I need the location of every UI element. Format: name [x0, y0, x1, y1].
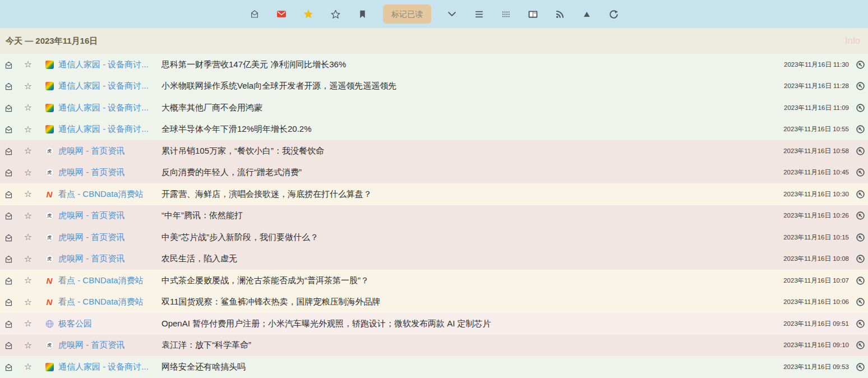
mark-unread-icon[interactable]: [4, 82, 13, 90]
star-outline-icon[interactable]: [329, 8, 341, 20]
open-link-icon[interactable]: [856, 297, 865, 307]
open-link-icon[interactable]: [856, 340, 865, 350]
open-link-icon[interactable]: [856, 125, 865, 134]
article-title[interactable]: “中年”腾讯：依然能打: [161, 210, 779, 221]
mark-read-button[interactable]: 标记已读: [383, 4, 431, 24]
star-outline-icon[interactable]: ☆: [24, 190, 33, 199]
mark-unread-icon[interactable]: [4, 341, 13, 349]
star-outline-icon[interactable]: ☆: [24, 233, 33, 242]
open-link-icon[interactable]: [856, 168, 865, 177]
article-row[interactable]: ☆ 极客公园 OpenAI 暂停付费用户注册；小米汽车曝光外观照，轿跑设计；微软…: [0, 313, 868, 335]
open-link-icon[interactable]: [856, 362, 865, 372]
star-outline-icon[interactable]: ☆: [24, 276, 33, 285]
feed-title-link[interactable]: 看点 - CBNData消费站: [58, 297, 153, 307]
article-row[interactable]: ☆ 虎 虎嗅网 - 首页资讯 袁江洋：放下“科学革命” 2023年11月16日 …: [0, 335, 868, 357]
open-link-icon[interactable]: [856, 146, 865, 156]
bookmark-icon[interactable]: [356, 8, 368, 20]
mark-unread-icon[interactable]: [4, 320, 13, 328]
triangle-up-icon[interactable]: [580, 8, 593, 20]
mark-unread-icon[interactable]: [4, 233, 13, 242]
article-title[interactable]: 反向消费的年轻人，流行“蹭老式消费”: [161, 167, 779, 178]
star-outline-icon[interactable]: ☆: [24, 168, 33, 177]
article-row[interactable]: ☆ 虎 虎嗅网 - 首页资讯 累计吊销105万家，“餐饮小白”：我没餐饮命 20…: [0, 140, 868, 162]
feed-title-link[interactable]: 虎嗅网 - 首页资讯: [58, 146, 153, 156]
article-title[interactable]: 网络安全还有啥搞头吗: [161, 362, 779, 372]
mark-unread-icon[interactable]: [4, 104, 13, 112]
feed-title-link[interactable]: 通信人家园 - 设备商讨...: [58, 81, 153, 91]
star-outline-icon[interactable]: ☆: [24, 362, 33, 371]
open-link-icon[interactable]: [856, 233, 865, 242]
article-title[interactable]: 大概率其他厂商不会用鸿蒙: [161, 103, 779, 113]
open-link-icon[interactable]: [856, 103, 865, 113]
article-row[interactable]: ☆ N 看点 - CBNData消费站 中式茶企屡败屡战，澜沧古茶能否成为“普洱…: [0, 270, 868, 292]
grid-dots-icon[interactable]: [500, 8, 512, 20]
star-outline-icon[interactable]: ☆: [24, 319, 33, 328]
feed-title-link[interactable]: 极客公园: [58, 319, 153, 329]
mail-unread-icon[interactable]: [275, 8, 288, 20]
book-reader-icon[interactable]: [527, 8, 539, 20]
star-outline-icon[interactable]: ☆: [24, 146, 33, 155]
rss-icon[interactable]: [553, 8, 566, 20]
article-title[interactable]: 双11国货观察：鲨鱼裤冲锋衣热卖，国牌宠粮压制海外品牌: [161, 297, 779, 307]
list-menu-icon[interactable]: [473, 8, 485, 20]
open-link-icon[interactable]: [856, 211, 865, 220]
open-link-icon[interactable]: [856, 319, 865, 329]
mail-open-icon[interactable]: [248, 8, 261, 20]
star-outline-icon[interactable]: ☆: [24, 82, 33, 91]
star-outline-icon[interactable]: ☆: [24, 341, 33, 350]
feed-title-link[interactable]: 虎嗅网 - 首页资讯: [58, 210, 153, 221]
feed-title-link[interactable]: 通信人家园 - 设备商讨...: [58, 124, 153, 135]
feed-title-link[interactable]: 看点 - CBNData消费站: [58, 275, 153, 286]
article-row[interactable]: ☆ 通信人家园 - 设备商讨... 全球半导体今年下滑12%明年增长20.2% …: [0, 119, 868, 141]
mark-unread-icon[interactable]: [4, 168, 13, 177]
refresh-icon[interactable]: [607, 8, 620, 20]
article-row[interactable]: ☆ 通信人家园 - 设备商讨... 小米物联网操作系统Vela向全球开发者开源，…: [0, 76, 868, 98]
star-outline-icon[interactable]: ☆: [24, 255, 33, 264]
star-outline-icon[interactable]: ☆: [24, 60, 33, 69]
article-row[interactable]: ☆ 虎 虎嗅网 - 首页资讯 反向消费的年轻人，流行“蹭老式消费” 2023年1…: [0, 162, 868, 184]
feed-title-link[interactable]: 虎嗅网 - 首页资讯: [58, 167, 153, 178]
article-row[interactable]: ☆ N 看点 - CBNData消费站 双11国货观察：鲨鱼裤冲锋衣热卖，国牌宠…: [0, 292, 868, 314]
mark-unread-icon[interactable]: [4, 363, 13, 371]
article-title[interactable]: 思科第一财季营收147亿美元 净利润同比增长36%: [161, 59, 779, 70]
mark-unread-icon[interactable]: [4, 190, 13, 199]
article-row[interactable]: ☆ N 看点 - CBNData消费站 开露营、海鲜店，演唱会接歌迷，海底捞在打…: [0, 183, 868, 205]
open-link-icon[interactable]: [856, 254, 865, 264]
article-row[interactable]: ☆ 通信人家园 - 设备商讨... 思科第一财季营收147亿美元 净利润同比增长…: [0, 54, 868, 76]
info-label[interactable]: Info: [845, 36, 860, 46]
star-filled-icon[interactable]: [302, 8, 315, 20]
star-outline-icon[interactable]: ☆: [24, 298, 33, 307]
article-title[interactable]: 开露营、海鲜店，演唱会接歌迷，海底捞在打什么算盘？: [161, 189, 779, 200]
article-row[interactable]: ☆ 虎 虎嗅网 - 首页资讯 “中年”腾讯：依然能打 2023年11月16日 1…: [0, 205, 868, 227]
feed-title-link[interactable]: 虎嗅网 - 首页资讯: [58, 253, 153, 264]
article-row[interactable]: ☆ 虎 虎嗅网 - 首页资讯 中美“芯片战”步入新阶段，我们要做什么？ 2023…: [0, 227, 868, 248]
feed-title-link[interactable]: 看点 - CBNData消费站: [58, 189, 153, 200]
mark-unread-icon[interactable]: [4, 298, 13, 306]
article-row[interactable]: ☆ 通信人家园 - 设备商讨... 网络安全还有啥搞头吗 2023年11月16日…: [0, 356, 868, 378]
open-link-icon[interactable]: [856, 81, 865, 91]
article-row[interactable]: ☆ 虎 虎嗅网 - 首页资讯 农民生活，陷入虚无 2023年11月16日 10:…: [0, 248, 868, 270]
article-title[interactable]: 全球半导体今年下滑12%明年增长20.2%: [161, 124, 779, 135]
star-outline-icon[interactable]: ☆: [24, 211, 33, 220]
article-title[interactable]: OpenAI 暂停付费用户注册；小米汽车曝光外观照，轿跑设计；微软发布两款 AI…: [161, 319, 779, 329]
star-outline-icon[interactable]: ☆: [24, 103, 33, 112]
open-link-icon[interactable]: [856, 60, 865, 70]
mark-unread-icon[interactable]: [4, 276, 13, 285]
open-link-icon[interactable]: [856, 190, 865, 199]
article-title[interactable]: 中式茶企屡败屡战，澜沧古茶能否成为“普洱茶第一股”？: [161, 275, 779, 286]
article-title[interactable]: 小米物联网操作系统Vela向全球开发者开源，遥遥领先遥遥领先: [161, 81, 779, 91]
open-link-icon[interactable]: [856, 276, 865, 285]
mark-unread-icon[interactable]: [4, 61, 13, 69]
feed-title-link[interactable]: 通信人家园 - 设备商讨...: [58, 59, 153, 70]
star-outline-icon[interactable]: ☆: [24, 125, 33, 134]
feed-title-link[interactable]: 通信人家园 - 设备商讨...: [58, 103, 153, 113]
article-title[interactable]: 中美“芯片战”步入新阶段，我们要做什么？: [161, 232, 779, 243]
feed-title-link[interactable]: 通信人家园 - 设备商讨...: [58, 362, 153, 372]
mark-unread-icon[interactable]: [4, 211, 13, 220]
mark-unread-icon[interactable]: [4, 255, 13, 263]
article-row[interactable]: ☆ 通信人家园 - 设备商讨... 大概率其他厂商不会用鸿蒙 2023年11月1…: [0, 97, 868, 119]
mark-unread-icon[interactable]: [4, 125, 13, 133]
article-title[interactable]: 农民生活，陷入虚无: [161, 253, 779, 264]
mark-unread-icon[interactable]: [4, 147, 13, 155]
feed-title-link[interactable]: 虎嗅网 - 首页资讯: [58, 232, 153, 243]
